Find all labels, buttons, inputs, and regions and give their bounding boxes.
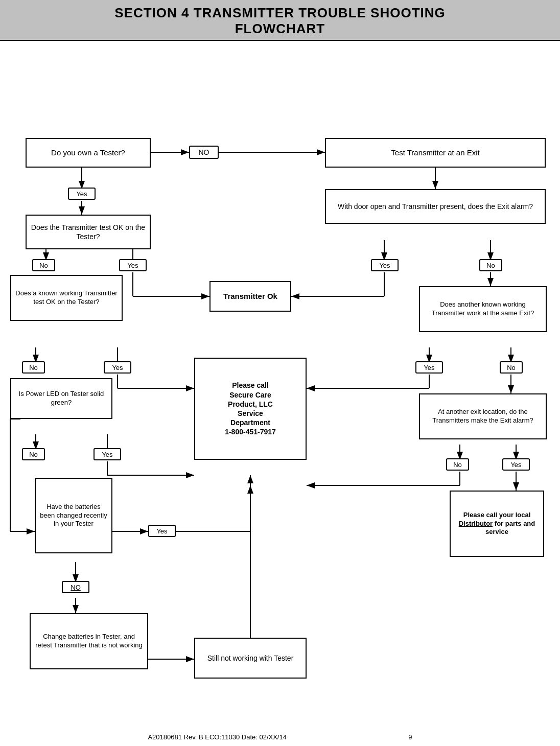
label-yes-1: Yes <box>68 188 96 200</box>
label-no-5: No <box>500 361 523 374</box>
box-at-another-exit: At another exit location, do the Transmi… <box>419 393 547 439</box>
page-footer: A20180681 Rev. B ECO:11030 Date: 02/XX/1… <box>0 733 560 741</box>
label-yes-4: Yes <box>104 361 131 374</box>
box-have-batteries: Have the batteries been changed recently… <box>35 478 112 553</box>
box-test-transmitter: Test Transmitter at an Exit <box>325 138 546 168</box>
page-header: SECTION 4 TRANSMITTER TROUBLE SHOOTING F… <box>0 0 560 41</box>
label-yes-5: Yes <box>415 361 443 374</box>
label-yes-6: Yes <box>94 448 121 460</box>
box-do-you-own: Do you own a Tester? <box>26 138 151 168</box>
box-does-transmitter-ok: Does the Transmitter test OK on the Test… <box>26 215 151 249</box>
box-please-call: Please call Secure Care Product, LLC Ser… <box>194 358 307 460</box>
distributor-text: Please call your local Distributor for p… <box>455 511 539 537</box>
box-change-batteries: Change batteries in Tester, and retest T… <box>30 613 148 669</box>
label-yes-7: Yes <box>502 458 530 471</box>
box-please-call-distributor: Please call your local Distributor for p… <box>450 491 544 557</box>
label-no-1: NO <box>189 146 219 159</box>
box-is-power-led: Is Power LED on Tester solid green? <box>10 378 112 419</box>
label-no-4: No <box>22 361 45 374</box>
label-no-3: No <box>479 259 502 271</box>
label-yes-2: Yes <box>119 259 147 271</box>
label-yes-3: Yes <box>371 259 399 271</box>
box-with-door-open: With door open and Transmitter present, … <box>325 189 546 224</box>
label-no-6: No <box>22 448 45 460</box>
flowchart-area: Do you own a Tester? NO Test Transmitter… <box>0 41 560 746</box>
header-subtitle: FLOWCHART <box>10 21 550 37</box>
label-no-8: NO <box>62 581 89 593</box>
box-transmitter-ok: Transmitter Ok <box>209 281 291 312</box>
box-does-known-working: Does a known working Transmitter test OK… <box>10 275 123 321</box>
label-no-2: No <box>32 259 55 271</box>
label-yes-8: Yes <box>148 525 176 537</box>
box-does-another-known: Does another known working Transmitter w… <box>419 286 547 332</box>
box-still-not-working: Still not working with Tester <box>194 638 307 679</box>
label-no-7: No <box>446 458 469 471</box>
header-title: SECTION 4 TRANSMITTER TROUBLE SHOOTING <box>10 5 550 21</box>
